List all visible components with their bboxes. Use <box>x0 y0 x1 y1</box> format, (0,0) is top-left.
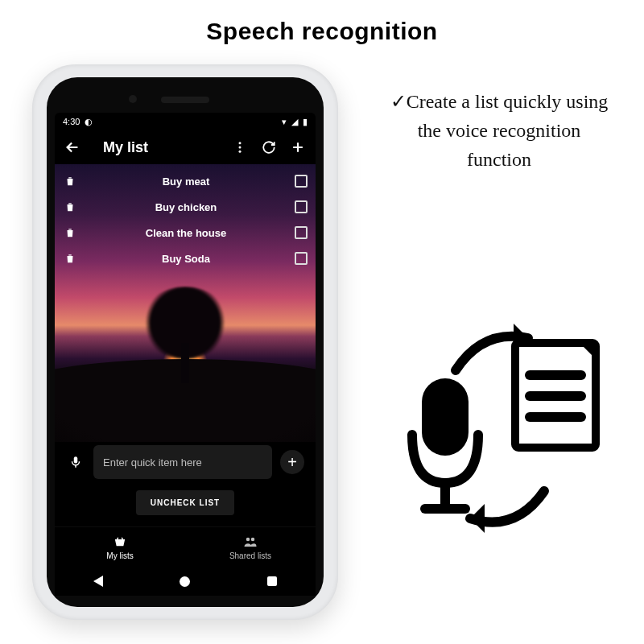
document-icon <box>515 343 597 448</box>
tab-my-lists[interactable]: My lists <box>55 527 185 567</box>
svg-rect-2 <box>422 378 469 456</box>
list-item-checkbox[interactable] <box>295 175 308 188</box>
trash-icon[interactable] <box>63 201 77 213</box>
refresh-button[interactable] <box>259 138 279 157</box>
svg-rect-14 <box>74 456 78 463</box>
voice-input-button[interactable] <box>66 452 85 472</box>
svg-point-12 <box>239 147 242 149</box>
quick-add-row: Enter quick item here + <box>55 445 316 479</box>
svg-marker-1 <box>470 504 485 533</box>
app-topbar: My list <box>55 130 316 164</box>
caption-text: Create a list quickly using the voice re… <box>407 91 609 170</box>
microphone-icon <box>412 378 478 509</box>
nav-back-icon[interactable] <box>93 576 103 587</box>
status-bar: 4:30 ◐ ▾ ◢ ▮ <box>55 113 316 130</box>
check-icon: ✓ <box>390 91 407 112</box>
list-item[interactable]: Clean the house <box>63 222 308 243</box>
phone-speaker <box>161 97 209 103</box>
list-background: Buy meat Buy chicken Clean the house <box>55 164 316 442</box>
phone-frame: 4:30 ◐ ▾ ◢ ▮ My list <box>32 64 338 620</box>
mic-to-list-illustration <box>386 314 604 539</box>
phone-screen: 4:30 ◐ ▾ ◢ ▮ My list <box>55 113 316 596</box>
svg-marker-7 <box>580 343 597 361</box>
phone-camera <box>129 95 137 103</box>
add-button[interactable] <box>288 138 308 157</box>
list-item[interactable]: Buy chicken <box>63 196 308 217</box>
trash-icon[interactable] <box>63 253 77 264</box>
svg-point-13 <box>239 151 242 153</box>
list-item[interactable]: Buy Soda <box>63 248 308 269</box>
signal-icon: ◢ <box>291 117 298 127</box>
list-item-label: Buy chicken <box>77 201 295 213</box>
svg-point-11 <box>239 142 242 144</box>
list-title: My list <box>92 139 221 156</box>
android-navbar <box>55 567 316 596</box>
list-item-checkbox[interactable] <box>295 252 308 265</box>
list-item-checkbox[interactable] <box>295 200 308 213</box>
feature-caption: ✓Create a list quickly using the voice r… <box>386 87 612 174</box>
status-app-icon: ◐ <box>85 117 93 127</box>
list-item-checkbox[interactable] <box>295 226 308 239</box>
svg-point-16 <box>246 537 250 541</box>
status-time: 4:30 <box>63 117 80 126</box>
list-item[interactable]: Buy meat <box>63 171 308 192</box>
nav-recent-icon[interactable] <box>267 576 277 586</box>
quick-item-input[interactable]: Enter quick item here <box>93 445 272 479</box>
page-title: Speech recognition <box>0 0 644 45</box>
basket-icon <box>113 535 127 549</box>
quick-item-placeholder: Enter quick item here <box>103 456 202 469</box>
svg-point-17 <box>251 537 255 541</box>
bottom-tabs: My lists Shared lists <box>55 526 316 567</box>
wifi-icon: ▾ <box>282 117 287 127</box>
tab-shared-lists[interactable]: Shared lists <box>185 527 316 567</box>
trash-icon[interactable] <box>63 227 77 238</box>
task-list: Buy meat Buy chicken Clean the house <box>55 167 316 272</box>
list-item-label: Clean the house <box>77 227 295 239</box>
list-item-label: Buy meat <box>77 175 295 188</box>
back-button[interactable] <box>63 138 82 157</box>
quick-add-button[interactable]: + <box>280 450 304 474</box>
tab-label: Shared lists <box>229 551 271 560</box>
uncheck-list-button[interactable]: UNCHECK LIST <box>136 490 234 515</box>
nav-home-icon[interactable] <box>180 576 190 587</box>
people-icon <box>243 535 258 549</box>
trash-icon[interactable] <box>63 175 77 187</box>
battery-icon: ▮ <box>303 117 308 127</box>
tab-label: My lists <box>106 551 133 560</box>
list-item-label: Buy Soda <box>77 253 295 265</box>
more-menu-button[interactable] <box>230 138 250 157</box>
